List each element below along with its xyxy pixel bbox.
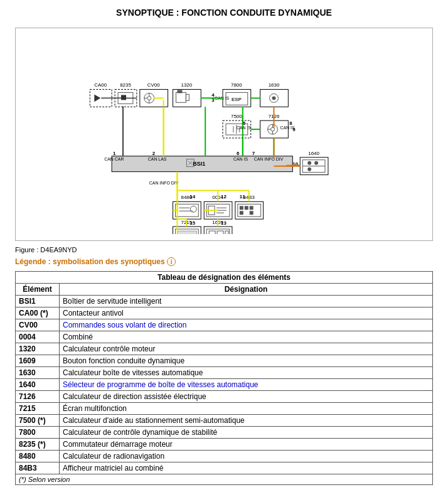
element-designation: Bouton fonction conduite dynamique <box>60 355 433 367</box>
svg-rect-97 <box>240 206 243 210</box>
svg-text:CAN IS: CAN IS <box>237 125 252 130</box>
element-designation: Écran multifonction <box>60 403 433 415</box>
svg-text:6: 6 <box>237 151 240 156</box>
svg-rect-110 <box>217 231 223 234</box>
element-code: 0004 <box>16 331 60 343</box>
table-note: (*) Selon version <box>16 474 433 485</box>
table-header: Tableau de désignation des éléments <box>16 272 433 284</box>
svg-text:CAN IS: CAN IS <box>233 157 248 161</box>
table-row: 8480Calculateur de radionavigation <box>16 451 433 462</box>
svg-text:CAN INFO DIV: CAN INFO DIV <box>254 157 284 161</box>
svg-text:1640: 1640 <box>308 151 319 156</box>
table-row: 0004Combiné <box>16 331 433 343</box>
svg-text:ESP: ESP <box>232 97 242 102</box>
svg-text:CAN INFO DIV: CAN INFO DIV <box>149 181 179 185</box>
element-designation: Commutateur démarrage moteur <box>60 439 433 451</box>
svg-text:7800: 7800 <box>231 82 242 88</box>
legend-info-icon: i <box>167 257 176 266</box>
table-row: 1609Bouton fonction conduite dynamique <box>16 355 433 367</box>
col-element-header: Élément <box>16 284 60 296</box>
table-row: CV00Commandes sous volant de direction <box>16 319 433 331</box>
svg-point-86 <box>190 206 196 212</box>
element-designation: Afficheur matriciel au combiné <box>60 462 433 474</box>
svg-rect-101 <box>250 211 253 215</box>
element-designation: Calculateur de radionavigation <box>60 451 433 462</box>
svg-rect-52 <box>177 90 182 93</box>
table-row: CA00 (*)Contacteur antivol <box>16 307 433 319</box>
table-row: 7800Calculateur de contrôle dynamique de… <box>16 427 433 439</box>
svg-text:BSI1: BSI1 <box>193 161 205 167</box>
element-designation: Sélecteur de programme de boîte de vites… <box>60 379 433 391</box>
svg-marker-36 <box>94 94 100 102</box>
table-row: 7500 (*)Calculateur d'aide au stationnem… <box>16 415 433 427</box>
element-code: CV00 <box>16 319 60 331</box>
svg-text:1630: 1630 <box>269 82 280 88</box>
table-row: 7126Calculateur de direction assistée él… <box>16 391 433 403</box>
svg-rect-109 <box>209 231 215 234</box>
element-code: 1640 <box>16 379 60 391</box>
svg-text:2: 2 <box>152 151 156 156</box>
svg-rect-105 <box>177 231 196 234</box>
svg-point-44 <box>147 96 151 100</box>
table-row: 1640Sélecteur de programme de boîte de v… <box>16 379 433 391</box>
svg-rect-50 <box>176 92 186 102</box>
element-code: 7215 <box>16 403 60 415</box>
element-code: 1630 <box>16 367 60 379</box>
diagram-container: BSI1 1 2 3 4 5 6 7 8 9 10 11 12 13 14 1 <box>15 28 433 241</box>
svg-text:1320: 1320 <box>181 82 193 88</box>
element-code: 1320 <box>16 343 60 355</box>
element-designation: Boîtier de servitude intelligent <box>60 296 433 307</box>
svg-rect-108 <box>206 229 230 234</box>
svg-text:7500: 7500 <box>231 114 242 119</box>
element-code: 7126 <box>16 391 60 403</box>
elements-table: Tableau de désignation des éléments Élém… <box>15 271 433 485</box>
element-designation: Combiné <box>60 331 433 343</box>
legend-title: Légende : symbolisation des synoptiques … <box>15 257 433 266</box>
svg-point-60 <box>272 96 276 100</box>
element-code: 8235 (*) <box>16 439 60 451</box>
element-designation: Calculateur de contrôle dynamique de sta… <box>60 427 433 439</box>
element-designation: Calculateur de direction assistée électr… <box>60 391 433 403</box>
element-code: 8480 <box>16 451 60 462</box>
svg-text:8235: 8235 <box>120 82 131 88</box>
col-designation-header: Désignation <box>60 284 433 296</box>
svg-text:CAN IS: CAN IS <box>280 125 295 130</box>
svg-rect-83 <box>175 204 198 216</box>
svg-rect-100 <box>240 211 243 215</box>
table-row: (*) Selon version <box>16 474 433 485</box>
table-row: 1320Calculateur contrôle moteur <box>16 343 433 355</box>
element-code: 7500 (*) <box>16 415 60 427</box>
element-designation: Commandes sous volant de direction <box>60 319 433 331</box>
table-row: 7215Écran multifonction <box>16 403 433 415</box>
figure-caption: Figure : D4EA9NYD <box>15 246 433 254</box>
svg-rect-98 <box>245 206 248 210</box>
element-code: 1609 <box>16 355 60 367</box>
table-row: BSI1Boîtier de servitude intelligent <box>16 296 433 307</box>
svg-text:7: 7 <box>252 151 255 156</box>
element-designation: Contacteur antivol <box>60 307 433 319</box>
svg-text:CA00: CA00 <box>94 82 107 88</box>
element-designation: Calculateur boîte de vitesses automatiqu… <box>60 367 433 379</box>
table-row: 8235 (*)Commutateur démarrage moteur <box>16 439 433 451</box>
page-title: SYNOPTIQUE : FONCTION CONDUITE DYNAMIQUE <box>0 0 448 23</box>
element-code: CA00 (*) <box>16 307 60 319</box>
svg-text:CV00: CV00 <box>147 82 160 88</box>
table-row: 1630Calculateur boîte de vitesses automa… <box>16 367 433 379</box>
element-code: 7800 <box>16 427 60 439</box>
svg-rect-48 <box>173 89 201 107</box>
svg-point-78 <box>307 161 311 165</box>
table-wrapper: Tableau de désignation des éléments Élém… <box>15 271 433 485</box>
element-designation: Calculateur contrôle moteur <box>60 343 433 355</box>
svg-text:CAN CAR: CAN CAR <box>104 157 124 161</box>
element-code: 84B3 <box>16 462 60 474</box>
svg-text:CAN LAS: CAN LAS <box>148 157 167 161</box>
svg-rect-40 <box>121 95 126 100</box>
svg-text:1: 1 <box>113 151 116 156</box>
svg-rect-51 <box>186 94 189 100</box>
element-designation: Calculateur d'aide au stationnement semi… <box>60 415 433 427</box>
table-row: 84B3Afficheur matriciel au combiné <box>16 462 433 474</box>
svg-rect-106 <box>204 227 232 234</box>
element-code: BSI1 <box>16 296 60 307</box>
svg-rect-99 <box>250 206 253 210</box>
svg-point-79 <box>314 161 318 165</box>
